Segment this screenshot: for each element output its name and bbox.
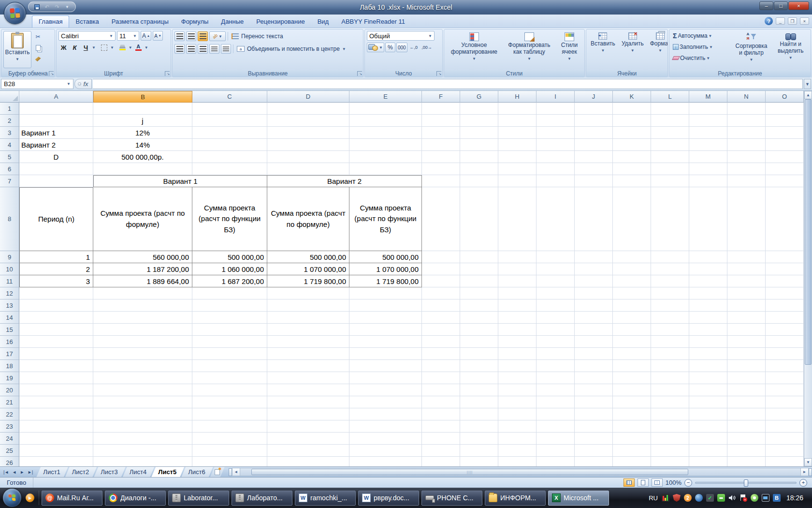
cell-D7-merged[interactable]: Вариант 2 bbox=[267, 175, 422, 187]
cell-H5[interactable] bbox=[498, 151, 536, 163]
cell-A25[interactable] bbox=[19, 445, 93, 457]
cell-L9[interactable] bbox=[651, 251, 689, 263]
workbook-restore-button[interactable]: ❐ bbox=[788, 17, 797, 25]
cell-C5[interactable] bbox=[192, 151, 267, 163]
cell-G24[interactable] bbox=[460, 433, 498, 445]
cell-A26[interactable] bbox=[19, 457, 93, 466]
cell-L26[interactable] bbox=[651, 457, 689, 466]
cell-B13[interactable] bbox=[93, 299, 192, 312]
cell-H1[interactable] bbox=[498, 103, 536, 115]
cell-I12[interactable] bbox=[536, 287, 575, 299]
cell-E25[interactable] bbox=[349, 445, 422, 457]
cell-F9[interactable] bbox=[422, 251, 460, 263]
cell-E18[interactable] bbox=[349, 360, 422, 372]
cell-H22[interactable] bbox=[498, 408, 536, 420]
cell-E24[interactable] bbox=[349, 433, 422, 445]
cell-I17[interactable] bbox=[536, 348, 575, 360]
cell-L25[interactable] bbox=[651, 445, 689, 457]
cell-M26[interactable] bbox=[689, 457, 727, 466]
sheet-tab-Лист1[interactable]: Лист1 bbox=[36, 467, 68, 477]
cell-L11[interactable] bbox=[651, 275, 689, 287]
cell-I5[interactable] bbox=[536, 151, 575, 163]
insert-function-button[interactable]: fx bbox=[74, 79, 92, 89]
column-header-E[interactable]: E bbox=[349, 91, 422, 103]
cell-G4[interactable] bbox=[460, 139, 498, 151]
cell-K9[interactable] bbox=[613, 251, 651, 263]
cell-D20[interactable] bbox=[267, 384, 349, 396]
robot-icon[interactable] bbox=[717, 494, 725, 502]
first-sheet-button[interactable]: |◄ bbox=[2, 469, 10, 475]
row-header-3[interactable]: 3 bbox=[0, 127, 19, 139]
cell-B9[interactable]: 560 000,00 bbox=[93, 251, 192, 263]
borders-button[interactable] bbox=[99, 43, 109, 52]
cell-N13[interactable] bbox=[727, 299, 766, 312]
row-header-15[interactable]: 15 bbox=[0, 324, 19, 336]
cell-H21[interactable] bbox=[498, 396, 536, 408]
cell-H3[interactable] bbox=[498, 127, 536, 139]
cell-K15[interactable] bbox=[613, 324, 651, 336]
cell-I1[interactable] bbox=[536, 103, 575, 115]
cell-O19[interactable] bbox=[766, 372, 804, 384]
taskbar-clock[interactable]: 18:26 bbox=[784, 494, 807, 502]
cell-B8[interactable]: Сумма проекта (расчт по формуле) bbox=[93, 187, 192, 251]
format-cells-button[interactable]: Формат▼ bbox=[648, 31, 668, 68]
comma-format-button[interactable]: 000 bbox=[396, 43, 407, 52]
cell-I26[interactable] bbox=[536, 457, 575, 466]
column-header-K[interactable]: K bbox=[613, 91, 651, 103]
cell-F8[interactable] bbox=[422, 187, 460, 251]
row-header-11[interactable]: 11 bbox=[0, 275, 19, 287]
cell-J9[interactable] bbox=[575, 251, 613, 263]
cell-M13[interactable] bbox=[689, 299, 727, 312]
column-header-H[interactable]: H bbox=[498, 91, 536, 103]
cell-C20[interactable] bbox=[192, 384, 267, 396]
currency-format-button[interactable]: ▼ bbox=[367, 43, 384, 52]
cell-B6[interactable] bbox=[93, 163, 192, 175]
zoom-in-button[interactable]: + bbox=[799, 479, 807, 487]
sheet-tab-Лист6[interactable]: Лист6 bbox=[181, 467, 213, 477]
cell-C19[interactable] bbox=[192, 372, 267, 384]
cell-G16[interactable] bbox=[460, 336, 498, 348]
cell-O15[interactable] bbox=[766, 324, 804, 336]
volume-icon[interactable] bbox=[728, 494, 736, 502]
page-layout-view-button[interactable] bbox=[638, 478, 649, 487]
cell-F15[interactable] bbox=[422, 324, 460, 336]
cell-C9[interactable]: 500 000,00 bbox=[192, 251, 267, 263]
number-dialog-launcher[interactable]: ↘ bbox=[436, 71, 441, 76]
column-header-J[interactable]: J bbox=[575, 91, 613, 103]
cell-C3[interactable] bbox=[192, 127, 267, 139]
cell-F10[interactable] bbox=[422, 263, 460, 275]
cell-E10[interactable]: 1 070 000,00 bbox=[349, 263, 422, 275]
cell-N6[interactable] bbox=[727, 163, 766, 175]
font-size-select[interactable]: 11▼ bbox=[117, 31, 139, 41]
cell-B18[interactable] bbox=[93, 360, 192, 372]
cell-B24[interactable] bbox=[93, 433, 192, 445]
find-select-button[interactable]: Найти и выделить▼ bbox=[773, 31, 809, 68]
cell-B7-merged[interactable]: Вариант 1 bbox=[93, 175, 267, 187]
cell-E1[interactable] bbox=[349, 103, 422, 115]
autosum-button[interactable]: ΣАвтосумма▼ bbox=[671, 31, 730, 41]
cell-E17[interactable] bbox=[349, 348, 422, 360]
cell-B12[interactable] bbox=[93, 287, 192, 299]
cell-M14[interactable] bbox=[689, 312, 727, 324]
cell-C18[interactable] bbox=[192, 360, 267, 372]
tab-split-handle[interactable] bbox=[229, 468, 232, 476]
cell-F20[interactable] bbox=[422, 384, 460, 396]
cell-G3[interactable] bbox=[460, 127, 498, 139]
increase-indent-button[interactable] bbox=[221, 44, 231, 54]
column-header-O[interactable]: O bbox=[766, 91, 804, 103]
cell-K21[interactable] bbox=[613, 396, 651, 408]
cell-A20[interactable] bbox=[19, 384, 93, 396]
cell-D3[interactable] bbox=[267, 127, 349, 139]
cell-O25[interactable] bbox=[766, 445, 804, 457]
cell-C12[interactable] bbox=[192, 287, 267, 299]
cell-F7[interactable] bbox=[422, 175, 460, 187]
cell-A19[interactable] bbox=[19, 372, 93, 384]
cell-A4[interactable]: Вариант 2 bbox=[19, 139, 93, 151]
cell-G7[interactable] bbox=[460, 175, 498, 187]
cell-E5[interactable] bbox=[349, 151, 422, 163]
row-header-22[interactable]: 22 bbox=[0, 408, 19, 420]
cell-O20[interactable] bbox=[766, 384, 804, 396]
cell-H10[interactable] bbox=[498, 263, 536, 275]
cell-G8[interactable] bbox=[460, 187, 498, 251]
cell-D6[interactable] bbox=[267, 163, 349, 175]
